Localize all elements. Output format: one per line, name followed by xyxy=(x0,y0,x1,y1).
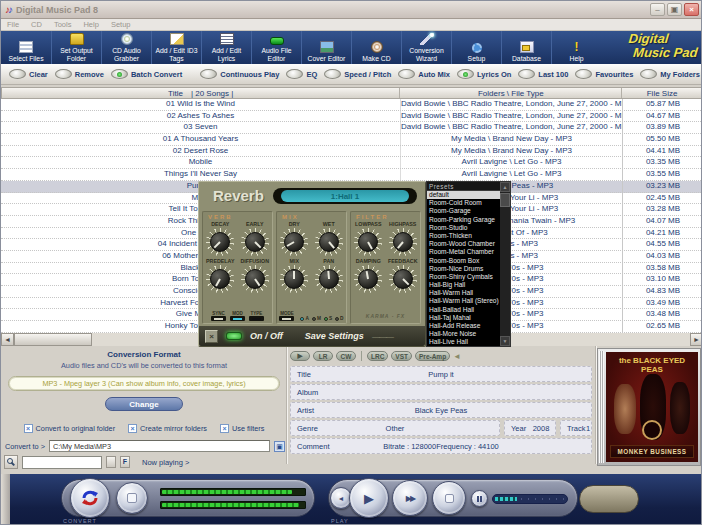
preset-item-room-boom-box[interactable]: Room-Boom Box xyxy=(427,257,500,265)
preset-item-default[interactable]: default xyxy=(427,191,500,199)
convert-to-path-input[interactable] xyxy=(49,440,270,452)
fx-vst-button[interactable]: VST xyxy=(391,351,412,361)
toolbar-button-make-cd[interactable]: Make CD xyxy=(351,31,401,64)
comment-field[interactable]: Comment Bitrate : 128000 Frequency : 441… xyxy=(290,438,592,454)
toolbar-button-help[interactable]: !Help xyxy=(551,31,601,64)
extra-player-button[interactable] xyxy=(579,485,639,513)
menu-item-file[interactable]: File xyxy=(7,20,19,29)
toggle-eq[interactable]: EQ xyxy=(286,69,317,79)
menu-item-help[interactable]: Help xyxy=(83,20,98,29)
preset-item-room-wood-chamber[interactable]: Room-Wood Chamber xyxy=(427,240,500,248)
table-row[interactable]: 03 SevenDavid Bowie \ BBC Radio Theatre,… xyxy=(1,122,702,134)
knob-early[interactable] xyxy=(241,228,269,256)
genre-field[interactable]: Genre Other xyxy=(290,420,500,436)
column-header-size[interactable]: File Size xyxy=(622,88,702,98)
track-field[interactable]: Track 1 xyxy=(560,420,592,436)
save-settings-button[interactable]: Save Settings xyxy=(305,331,364,341)
menu-item-cd[interactable]: CD xyxy=(31,20,42,29)
minimize-button[interactable]: – xyxy=(650,3,665,16)
preset-item-hall-ballad-hall[interactable]: Hall-Ballad Hall xyxy=(427,306,500,314)
toggle-remove[interactable]: Remove xyxy=(55,69,104,79)
reverb-close-button[interactable]: × xyxy=(205,330,218,343)
restore-button[interactable]: ▣ xyxy=(667,3,682,16)
toolbar-button-database[interactable]: Database xyxy=(501,31,551,64)
volume-slider[interactable] xyxy=(492,494,568,504)
preset-item-room-nice-drums[interactable]: Room-Nice Drums xyxy=(427,265,500,273)
filter-t-button[interactable] xyxy=(106,456,116,468)
fast-forward-button[interactable]: ▶▶ xyxy=(392,480,428,516)
knob-pan[interactable] xyxy=(315,265,343,293)
toggle-auto-mix[interactable]: Auto Mix xyxy=(398,69,450,79)
menu-item-setup[interactable]: Setup xyxy=(111,20,131,29)
fx-preamp-button[interactable]: Pre-Amp xyxy=(415,351,450,361)
fx-lr-button[interactable]: LR xyxy=(313,351,333,361)
close-button[interactable]: × xyxy=(684,3,699,16)
knob-mix[interactable] xyxy=(280,265,308,293)
knob-diffusion[interactable] xyxy=(241,265,269,293)
presets-scroll-thumb[interactable] xyxy=(500,193,510,207)
presets-scroll-down[interactable]: ▼ xyxy=(500,336,510,346)
table-row[interactable]: 01 Wild Is the WindDavid Bowie \ BBC Rad… xyxy=(1,99,702,111)
presets-scroll-up[interactable]: ▲ xyxy=(500,182,510,192)
button-mod[interactable]: MOD xyxy=(230,311,245,321)
on-off-label[interactable]: On / Off xyxy=(250,331,283,341)
knob-damping[interactable] xyxy=(354,265,382,293)
convert-stop-button[interactable] xyxy=(116,482,148,514)
pause-button[interactable] xyxy=(471,490,488,507)
play-stop-button[interactable] xyxy=(432,481,466,515)
toolbar-button-select-files[interactable]: Select Files xyxy=(1,31,51,64)
scroll-left-button[interactable]: ◄ xyxy=(1,333,14,346)
toggle-lyrics-on[interactable]: Lyrics On xyxy=(457,69,511,79)
knob-highpass[interactable] xyxy=(389,228,417,256)
preset-item-room-cold-room[interactable]: Room-Cold Room xyxy=(427,199,500,207)
preset-item-room-thicken[interactable]: Room-Thicken xyxy=(427,232,500,240)
toggle-clear[interactable]: Clear xyxy=(9,69,48,79)
preset-item-room-garage[interactable]: Room-Garage xyxy=(427,207,500,215)
scrollbar-thumb[interactable] xyxy=(14,333,92,346)
play-button[interactable]: ▶ xyxy=(349,478,389,518)
knob-decay[interactable] xyxy=(206,228,234,256)
filter-f-button[interactable]: F xyxy=(120,456,130,468)
fx-play-button[interactable]: ▶ xyxy=(290,351,310,361)
browse-folder-button[interactable]: ▣ xyxy=(274,441,285,452)
preset-item-room-shiny-cymbals[interactable]: Room-Shiny Cymbals xyxy=(427,273,500,281)
toggle-speed-pitch[interactable]: Speed / Pitch xyxy=(324,69,391,79)
checkbox-use-filters[interactable]: ×Use filters xyxy=(220,424,264,433)
title-field[interactable]: Title Pump it xyxy=(290,366,592,382)
on-off-led[interactable] xyxy=(226,332,242,340)
knob-lowpass[interactable] xyxy=(354,228,382,256)
convert-button[interactable] xyxy=(70,478,110,518)
toolbar-button-cd-audio-grabber[interactable]: CD Audio Grabber xyxy=(101,31,151,64)
preset-item-hall-warm-hall[interactable]: Hall-Warm Hall xyxy=(427,289,500,297)
toolbar-button-setup[interactable]: Setup xyxy=(451,31,501,64)
checkbox-create-mirror-folders[interactable]: ×Create mirror folders xyxy=(128,424,207,433)
toggle-continuous-play[interactable]: Continuous Play xyxy=(200,69,279,79)
toolbar-button-conversion-wizard[interactable]: Conversion Wizard xyxy=(401,31,451,64)
preset-item-hall-big-hall[interactable]: Hall-Big Hall xyxy=(427,281,500,289)
toolbar-button-audio-file-editor[interactable]: Audio File Editor xyxy=(251,31,301,64)
artist-field[interactable]: Artist Black Eye Peas xyxy=(290,402,592,418)
preset-item-hall-warm-hall-stereo[interactable]: Hall-Warm Hall (Stereo) xyxy=(427,297,500,305)
preset-item-room-parking-garage[interactable]: Room-Parking Garage xyxy=(427,216,500,224)
year-field[interactable]: Year 2008 xyxy=(504,420,556,436)
table-row[interactable]: 02 Ashes To AshesDavid Bowie \ BBC Radio… xyxy=(1,111,702,123)
preset-item-room-metal-chamber[interactable]: Room-Metal Chamber xyxy=(427,248,500,256)
toggle-batch-convert[interactable]: Batch Convert xyxy=(111,69,182,79)
button-sync[interactable]: SYNC xyxy=(211,311,226,321)
table-row[interactable]: MobileAvril Lavigne \ Let Go - MP303.35 … xyxy=(1,157,702,169)
toolbar-button-add-edit-id3-tags[interactable]: Add / Edit ID3 Tags xyxy=(151,31,201,64)
toolbar-button-cover-editor[interactable]: Cover Editor xyxy=(301,31,351,64)
menu-item-tools[interactable]: Tools xyxy=(54,20,72,29)
knob-predelay[interactable] xyxy=(206,265,234,293)
table-row[interactable]: 01 A Thousand YearsMy Media \ Brand New … xyxy=(1,134,702,146)
toggle-last-100[interactable]: Last 100 xyxy=(518,69,568,79)
knob-wet[interactable] xyxy=(315,228,343,256)
fx-lrc-button[interactable]: LRC xyxy=(367,351,388,361)
preset-item-room-studio[interactable]: Room-Studio xyxy=(427,224,500,232)
checkbox-convert-to-original-folder[interactable]: ×Convert to original folder xyxy=(24,424,116,433)
preset-item-hall-taj-mahal[interactable]: Hall-Taj Mahal xyxy=(427,314,500,322)
column-header-folders[interactable]: Folders \ File Type xyxy=(400,88,622,98)
preset-item-hall-more-noise[interactable]: Hall-More Noise xyxy=(427,330,500,338)
effect-prev-arrow[interactable]: ◄ xyxy=(453,352,461,361)
toggle-my-folders[interactable]: My Folders xyxy=(640,69,700,79)
